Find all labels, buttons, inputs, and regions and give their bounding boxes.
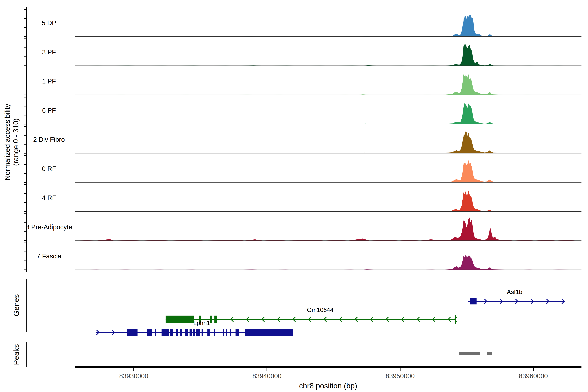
- exon-lphn1: [230, 329, 231, 336]
- x-axis-tick-label: 83930000: [119, 372, 148, 380]
- peak-interval: [487, 352, 492, 355]
- coverage-plot-svg: 5 DP3 PF1 PF6 PF2 Div Fibro0 RF4 RF8 Pre…: [0, 0, 588, 392]
- y-axis-label-line2: (range 0 - 310): [12, 118, 20, 166]
- gene-label-gm10644: Gm10644: [307, 306, 334, 313]
- exon-lphn1: [208, 329, 210, 336]
- track-label-3-pf: 3 PF: [42, 48, 56, 56]
- track-label-4-rf: 4 RF: [42, 194, 56, 202]
- exon-gm10644: [166, 316, 194, 323]
- x-axis-line: [75, 366, 582, 368]
- exon-lphn1: [176, 329, 178, 336]
- y-axis-label-line1: Normalized accessibility: [3, 104, 11, 180]
- exon-lphn1: [236, 329, 239, 336]
- gene-label-lphn1: Lphn1: [193, 320, 210, 326]
- track-label-7-fascia: 7 Fascia: [36, 252, 62, 260]
- exon-lphn1: [155, 329, 156, 336]
- tss-bar-gm10644: [455, 315, 456, 324]
- exon-lphn1: [180, 329, 182, 336]
- genes-section-label: Genes: [12, 294, 20, 316]
- track-label-5-dp: 5 DP: [42, 19, 56, 26]
- exon-gm10644: [210, 316, 212, 323]
- peaks-section-label: Peaks: [12, 344, 20, 365]
- track-label-2-div-fibro: 2 Div Fibro: [33, 136, 65, 143]
- peak-interval: [459, 352, 480, 355]
- exon-lphn1: [245, 329, 293, 336]
- exon-lphn1: [190, 329, 192, 336]
- x-axis-tick-label: 83950000: [386, 372, 415, 380]
- exon-gm10644: [214, 316, 216, 323]
- exon-lphn1: [170, 329, 173, 336]
- exon-lphn1: [162, 329, 167, 336]
- exon-lphn1: [168, 329, 169, 336]
- x-axis-tick-label: 83960000: [519, 372, 548, 380]
- figure-background: [0, 0, 588, 392]
- track-label-0-rf: 0 RF: [42, 165, 56, 172]
- exon-lphn1: [185, 329, 188, 336]
- gene-label-asf1b: Asf1b: [507, 288, 522, 295]
- genome-coverage-figure: 5 DP3 PF1 PF6 PF2 Div Fibro0 RF4 RF8 Pre…: [0, 0, 588, 392]
- exon-lphn1: [202, 329, 203, 336]
- track-label-6-pf: 6 PF: [42, 107, 56, 114]
- track-label-1-pf: 1 PF: [42, 78, 56, 85]
- exon-lphn1: [196, 329, 200, 336]
- exon-asf1b: [470, 298, 476, 304]
- exon-lphn1: [127, 329, 138, 336]
- exon-lphn1: [226, 329, 227, 336]
- x-axis-title: chr8 position (bp): [299, 382, 357, 390]
- exon-lphn1: [223, 329, 224, 336]
- exon-lphn1: [214, 329, 215, 336]
- exon-lphn1: [147, 329, 152, 336]
- x-axis-tick-label: 83940000: [252, 372, 282, 380]
- exon-lphn1: [194, 329, 195, 336]
- track-label-8-pre-adipocyte: 8 Pre-Adipocyte: [26, 224, 72, 231]
